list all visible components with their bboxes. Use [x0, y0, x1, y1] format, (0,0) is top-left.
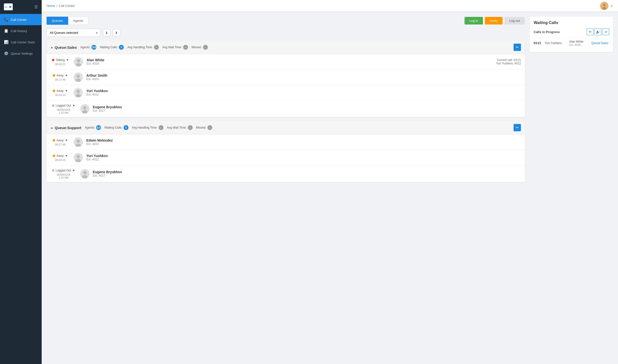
expand-all-button[interactable]: ⬆ — [113, 29, 120, 37]
agent-avatar-eugene-support — [80, 169, 90, 178]
agent-row-eugene-support: Logged Out ▼ 06/09/2018 1:15 AM Eugene B… — [47, 165, 525, 182]
chevron-down-icon: ▼ — [65, 89, 68, 92]
agent-row-yuri-sales: Away ▼ 00:04:15 Yuri Yushkov Ext. 4012 — [47, 85, 525, 100]
agent-name-eugene-support: Eugene Bryukhov — [93, 170, 521, 174]
agent-name-arthur: Arthur Smith — [86, 74, 521, 78]
settings-icon: ⚙️ — [4, 51, 8, 56]
queue-header-support: ▲ Queue:Support Agents: 2/3 Waiting Call… — [47, 121, 525, 134]
status-button-yuri-support[interactable]: Away ▼ — [51, 154, 69, 158]
status-button-arthur[interactable]: Away ▼ — [51, 73, 69, 78]
svg-point-13 — [77, 90, 80, 93]
status-area-alan: Talking ▼ 00:03:21 — [51, 58, 70, 66]
missed-badge-support: -- — [207, 125, 212, 130]
agent-row-alan-white: Talking ▼ 00:03:21 Alan White Ext. 4028 … — [47, 54, 525, 70]
agent-info-edwin: Edwin Melendez Ext. 4024 — [86, 138, 521, 146]
queue-stat-handling-sales: Avg Handling Time: -- — [127, 45, 159, 50]
handling-badge-sales: -- — [154, 45, 159, 50]
status-dot-eugene-sales — [52, 104, 54, 107]
refresh-button[interactable]: ↺ — [602, 28, 609, 35]
call-progress-row: 03:21 Yuri Yushkov Alan White Ext. 4028 … — [534, 38, 609, 48]
away-button[interactable]: Away — [485, 17, 503, 25]
queue-stat-handling-support: Avg Handling Time: -- — [132, 125, 163, 130]
status-area-eugene-sales: Logged Out ▼ 06/09/2018 1:15 AM — [51, 103, 77, 114]
history-icon: 📋 — [4, 29, 8, 33]
volume-button[interactable]: 🔊 — [594, 28, 601, 35]
status-button-edwin[interactable]: Away ▼ — [51, 138, 69, 143]
svg-point-10 — [77, 75, 80, 78]
agent-info-eugene-sales: Eugene Bryukhov Ext. 4017 — [93, 105, 521, 112]
login-button[interactable]: Log in — [465, 17, 483, 25]
tab-agents[interactable]: Agents — [68, 17, 88, 25]
status-area-arthur: Away ▼ 00:17:46 — [51, 73, 70, 81]
breadcrumb-home[interactable]: Home — [47, 4, 55, 8]
collapse-all-button[interactable]: ⬇ — [103, 29, 110, 37]
queue-title-sales: ▲ Queue:Sales — [51, 45, 77, 50]
sidebar-item-call-history[interactable]: 📋 Call History — [0, 25, 42, 37]
chevron-down-icon: ▼ — [72, 104, 75, 107]
sidebar-item-call-center[interactable]: 📞 Call Center — [0, 14, 42, 25]
agent-name-alan: Alan White — [87, 58, 493, 62]
sidebar-item-call-history-label: Call History — [11, 29, 27, 33]
sidebar-item-queue-settings-label: Queue Settings — [11, 52, 33, 55]
logout-button[interactable]: Log out — [505, 17, 525, 25]
sidebar-item-call-center-stats[interactable]: 📊 Call Center Stats — [0, 37, 42, 48]
agent-name-edwin: Edwin Melendez — [86, 138, 521, 142]
sidebar: VT ☰ 📞 Call Center 📋 Call History 📊 Call… — [0, 0, 42, 364]
agent-ext-eugene-sales: Ext. 4017 — [93, 109, 521, 112]
waiting-calls-title: Waiting Calls — [534, 21, 609, 25]
svg-point-7 — [77, 59, 80, 63]
agent-info-yuri-sales: Yuri Yushkov Ext. 4012 — [86, 89, 521, 96]
chevron-down-icon: ▼ — [65, 139, 68, 142]
status-dot-edwin — [53, 139, 55, 142]
phone-icon: 📞 — [4, 17, 8, 22]
breadcrumb-separator: / — [57, 4, 58, 8]
agent-info-eugene-support: Eugene Bryukhov Ext. 4017 — [93, 170, 521, 177]
wait-badge-support: -- — [188, 125, 193, 130]
top-header: Home / Call Center ▼ — [42, 0, 618, 12]
queue-edit-button-support[interactable]: ✏ — [514, 124, 521, 131]
queue-stat-agents-support: Agents: 2/3 — [85, 125, 101, 130]
missed-badge-sales: -- — [203, 45, 208, 50]
queue-header-sales: ▲ Queue:Sales Agents: 3/4 Waiting Calls:… — [47, 41, 525, 54]
call-callee: Alan White Ext. 4028 — [569, 40, 589, 46]
breadcrumb: Home / Call Center — [47, 4, 75, 8]
agent-ext-yuri-support: Ext. 4012 — [86, 158, 521, 161]
avatar[interactable] — [600, 2, 608, 10]
agent-ext-edwin: Ext. 4024 — [86, 142, 521, 146]
status-button-eugene-support[interactable]: Logged Out ▼ — [51, 168, 77, 173]
chevron-down-icon: ▼ — [65, 154, 68, 157]
svg-point-22 — [77, 155, 80, 158]
status-time-yuri-support: 00:04:15 — [55, 158, 66, 161]
agent-ext-alan: Ext. 4028 — [87, 62, 493, 65]
status-button-alan[interactable]: Talking ▼ — [51, 58, 70, 62]
status-time-edwin: 00:17:46 — [55, 143, 66, 146]
status-time-yuri-sales: 00:04:15 — [55, 93, 66, 96]
waiting-badge-support: 0 — [123, 125, 128, 130]
chevron-down-icon[interactable]: ▼ — [610, 4, 613, 7]
chevron-down-icon: ▼ — [65, 74, 68, 77]
queue-title-support: ▲ Queue:Support — [51, 126, 81, 130]
main-area: Home / Call Center ▼ Queues Agents — [42, 0, 618, 364]
hamburger-icon[interactable]: ☰ — [34, 5, 38, 9]
status-button-eugene-sales[interactable]: Logged Out ▼ — [51, 103, 77, 108]
tab-queues[interactable]: Queues — [47, 17, 68, 25]
agent-avatar-yuri-support — [74, 153, 83, 162]
queue-select[interactable]: All Queues selected Queue:Sales Queue:Su… — [47, 29, 101, 37]
queue-stat-wait-support: Avg Wait Time: -- — [167, 125, 193, 130]
handling-badge-support: -- — [159, 125, 163, 130]
agents-badge-sales: 3/4 — [92, 45, 96, 50]
queue-edit-button-sales[interactable]: ✏ — [514, 44, 521, 51]
agent-avatar-edwin — [74, 137, 83, 147]
agent-row-edwin: Away ▼ 00:17:46 Edwin Melendez Ext. 4024 — [47, 134, 525, 150]
status-button-yuri-sales[interactable]: Away ▼ — [51, 89, 69, 93]
status-dot-yuri-sales — [53, 90, 55, 92]
agent-avatar-eugene-sales — [80, 104, 90, 113]
sidebar-item-call-center-label: Call Center — [11, 18, 27, 22]
eye-button[interactable]: 👁 — [587, 28, 593, 35]
status-area-edwin: Away ▼ 00:17:46 — [51, 138, 70, 146]
status-dot-alan — [52, 59, 54, 61]
sidebar-item-queue-settings[interactable]: ⚙️ Queue Settings — [0, 48, 42, 59]
status-time-eugene-sales: 06/09/2018 1:15 AM — [57, 108, 70, 114]
calls-in-progress-title: Calls in Progress — [534, 30, 560, 34]
tab-group: Queues Agents — [47, 17, 88, 25]
